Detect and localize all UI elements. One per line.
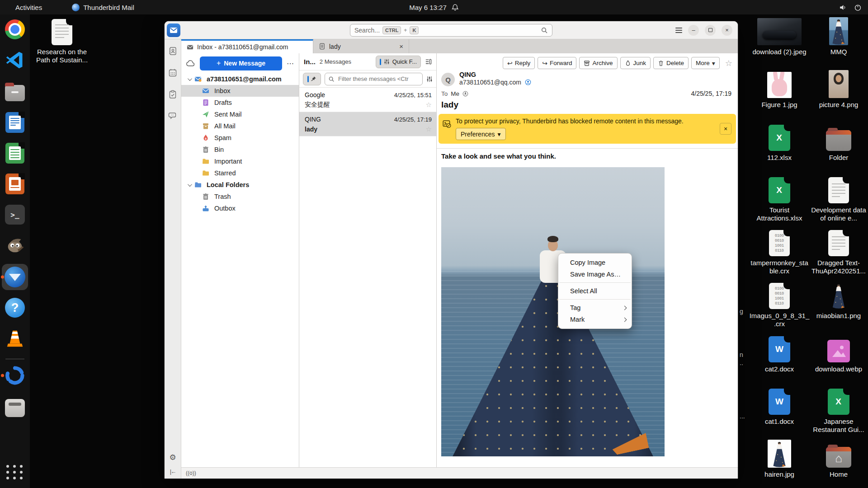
folder-drafts[interactable]: Drafts [181,97,299,108]
reply-button[interactable]: ↩ Reply [503,57,535,69]
desktop-icon-hairen-jpg[interactable]: hairen.jpg [749,440,810,479]
dock-terminal[interactable]: >_ [4,203,26,226]
quick-filter-button[interactable]: Quick F... [376,56,421,68]
sticky-pin-button[interactable] [303,73,321,85]
sliders-icon[interactable] [426,76,433,82]
dock-chrome[interactable] [4,18,26,41]
desktop-icon-miaobian1-png[interactable]: miaobian1.png [808,281,868,320]
dock-impress[interactable] [4,173,26,195]
dock-vscode[interactable] [4,49,26,71]
desktop-icon-research[interactable]: Research on the Path of Sustain... [32,17,92,64]
tasks-space-icon[interactable] [168,90,177,99]
desktop-icon-tampermonkey-crx[interactable]: 0100001010010110 tampermonkey_stable.crx [749,228,810,275]
star-icon[interactable]: ☆ [426,125,432,133]
desktop-icon-mmq[interactable]: MMQ [808,17,868,56]
message-row-google[interactable]: Google 4/25/25, 15:51 安全提醒 ☆ [299,88,436,112]
dock-gimp[interactable] [4,234,26,257]
desktop-icon-folder[interactable]: Folder [808,123,868,162]
desktop-icon-figure-1-jpg[interactable]: Figure 1.jpg [749,70,810,109]
archive-button[interactable]: Archive [579,57,617,69]
contact-card-icon[interactable] [525,79,531,85]
activities-button[interactable]: Activities [15,4,42,11]
tab-lady[interactable]: lady × [313,39,409,53]
forward-button[interactable]: ↪ Forward [538,57,576,69]
sender-avatar[interactable]: Q [441,73,455,86]
desktop-icon-development-data[interactable]: Development data of online e... [808,175,868,222]
account-row[interactable]: a738110651@gmail.com [181,73,299,85]
show-applications-button[interactable] [4,461,26,483]
filter-messages-input[interactable] [337,75,419,83]
dock-calc[interactable] [4,142,26,164]
dock-help[interactable]: ? [4,296,26,319]
folder-important[interactable]: Important [181,155,299,167]
folder-all-mail[interactable]: All Mail [181,120,299,132]
menu-item-select-all[interactable]: Select All [558,285,632,297]
close-button[interactable]: × [722,25,732,36]
menu-item-copy-image[interactable]: Copy Image [558,257,632,268]
desktop-icon-download-webp[interactable]: download.webp [808,334,868,373]
desktop-icon-home[interactable]: ⌂ Home [808,440,868,479]
dock-software-updater[interactable] [4,364,26,387]
desktop-icon-112-xlsx[interactable]: X 112.xlsx [749,123,810,162]
calendar-space-icon[interactable] [168,68,177,77]
chevron-down-icon[interactable] [188,76,192,81]
tab-close-icon[interactable]: × [399,42,403,50]
chat-space-icon[interactable] [168,112,177,121]
chevron-down-icon[interactable] [188,182,192,187]
preferences-button[interactable]: Preferences ▾ [456,128,506,140]
folder-bin[interactable]: Bin [181,144,299,155]
document-thumbnail [52,19,72,45]
desktop-icon-picture-4-png[interactable]: picture 4.png [808,70,868,109]
collapse-spaces-icon[interactable]: |← [170,468,175,475]
app-menu-button[interactable] [675,28,682,33]
folder-inbox[interactable]: Inbox [181,85,299,97]
sender-email[interactable]: a738110651@qq.com [459,79,521,86]
menu-item-save-image-as[interactable]: Save Image As… [558,268,632,280]
tab-inbox[interactable]: Inbox - a738110651@gmail.com [181,39,313,53]
message-list-display-options-icon[interactable] [425,58,432,65]
message-row-qing[interactable]: QING 4/25/25, 17:19 lady ☆ [299,112,436,136]
desktop-icon-japanese-restaurant-xlsx[interactable]: X Japanese Restaurant Gui... [808,387,868,434]
dock-thunderbird[interactable] [2,264,28,290]
junk-button[interactable]: Junk [620,57,651,69]
delete-button[interactable]: Delete [653,57,689,69]
folder-outbox[interactable]: Outbox [181,202,299,214]
power-icon[interactable] [854,4,862,11]
desktop-icon-imagus-crx[interactable]: 0100001010010110 Imagus_0_9_8_31_.crx [749,281,810,328]
mail-space-badge[interactable] [167,23,180,37]
menu-item-tag[interactable]: Tag [558,302,632,314]
banner-close-icon[interactable]: × [720,123,731,135]
dock-vlc[interactable] [4,327,26,350]
folder-pane-options-icon[interactable]: ⋯ [287,59,294,68]
more-button[interactable]: More ▾ [691,57,720,69]
recipient-me[interactable]: Me [451,90,459,97]
folder-starred[interactable]: Starred [181,167,299,179]
clock-menu[interactable]: May 6 13:27 [409,4,459,11]
maximize-button[interactable] [705,25,716,36]
window-titlebar[interactable]: Search... CTRL + K – × [165,21,738,39]
desktop-icon-dragged-text[interactable]: Dragged Text-ThuApr2420251... [808,228,868,275]
dock-files[interactable] [4,80,26,103]
desktop-icon-cat1-docx[interactable]: W cat1.docx [749,387,810,426]
global-search-input[interactable]: Search... CTRL + K [350,24,552,37]
menu-item-mark[interactable]: Mark [558,314,632,325]
new-message-button[interactable]: + New Message [200,56,282,70]
settings-gear-icon[interactable]: ⚙ [169,453,176,462]
folder-trash[interactable]: Trash [181,191,299,202]
folder-sent-mail[interactable]: Sent Mail [181,108,299,120]
desktop-icon-cat2-docx[interactable]: W cat2.docx [749,334,810,373]
folder-spam[interactable]: Spam [181,132,299,144]
desktop-icon-tourist-attractions-xlsx[interactable]: X Tourist Attractions.xlsx [749,175,810,222]
local-folders-row[interactable]: Local Folders [181,179,299,191]
desktop-icon-download-2-jpeg[interactable]: download (2).jpeg [749,17,810,56]
address-book-space-icon[interactable] [168,47,177,56]
cloud-icon[interactable] [186,60,195,67]
dock-writer[interactable] [4,111,26,134]
system-tray[interactable] [839,4,862,11]
focused-app-menu[interactable]: Thunderbird Mail [72,4,134,11]
star-message-icon[interactable]: ☆ [725,58,732,68]
minimize-button[interactable]: – [688,25,699,36]
dock-archive-manager[interactable] [4,396,26,418]
star-icon[interactable]: ☆ [426,101,432,109]
volume-icon[interactable] [839,4,847,11]
